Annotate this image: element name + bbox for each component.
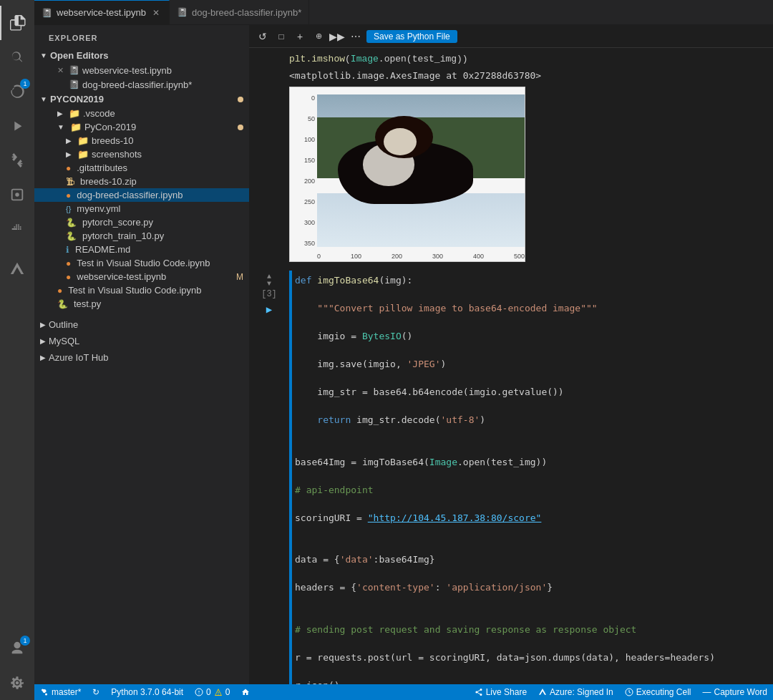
cell-collapse-3[interactable]: ▲ ▼ [267,273,271,288]
pycon-header[interactable]: ▼ PYCON2019 [34,92,249,107]
dogbreed-classifier-label: dog-breed-classifier.ipynb [77,190,183,200]
vscode-chevron: ▶ [57,110,63,117]
tab-label-1: webservice-test.ipynb [57,7,146,18]
executing-cell-status[interactable]: Executing Cell [625,687,691,697]
editor-area[interactable]: plt.imshow(Image.open(test_img)) <matplo… [249,48,773,684]
folder-icon-vscode: 📁 [69,108,80,119]
tab-dogbreed[interactable]: 📓 dog-breed-classifier.ipynb* [170,0,309,25]
capture-word-separator: — [703,687,711,697]
readme-icon: ℹ [66,245,69,255]
test-vscode-file2[interactable]: ● Test in Visual Studio Code.ipynb [34,283,249,297]
pytorch-train-file[interactable]: 🐍 pytorch_train_10.py [34,229,249,243]
debug-icon[interactable] [0,109,34,143]
more-btn[interactable]: ⋯ [348,29,364,44]
sync-status[interactable]: ↻ [92,687,99,697]
svg-point-1 [15,193,19,197]
testpy-file[interactable]: 🐍 test.py [34,297,249,311]
vscode-label: .vscode [83,108,115,119]
gitattributes-file[interactable]: ● .gitattributes [34,161,249,175]
pytorch-score-file[interactable]: 🐍 pytorch_score.py [34,215,249,229]
git-branch-label: master* [52,687,81,697]
readme-label: README.md [75,244,130,255]
pycon2019-label: PyCon-2019 [84,122,136,132]
breeds-zip-label: breeds-10.zip [80,176,137,187]
pytorch-train-label: pytorch_train_10.py [82,230,164,241]
breeds10-folder[interactable]: ▶ 📁 breeds-10 [34,134,249,147]
errors-status[interactable]: 0 0 [195,687,230,697]
open-editor-name-2: dog-breed-classifier.ipynb* [82,79,192,90]
run-cell-btn-3[interactable]: ▶ [266,303,272,316]
azure-iot-label: Azure IoT Hub [49,352,109,363]
files-icon[interactable] [0,6,34,40]
myenv-file[interactable]: {} myenv.yml [34,202,249,215]
plt-text: plt.imshow [289,54,345,64]
azure-signed-in-label: Azure: Signed In [550,687,613,697]
vscode-folder[interactable]: ▶ 📁 .vscode [34,107,249,120]
plt-imshow-code: plt.imshow(Image.open(test_img)) [249,51,773,67]
source-control-badge: 1 [20,79,30,89]
tab-close-1[interactable]: ✕ [150,7,162,19]
pycon2019-folder[interactable]: ▼ 📁 PyCon-2019 [34,120,249,134]
plt-dot: .open(test_img)) [379,54,468,64]
tab-bar: 📓 webservice-test.ipynb ✕ 📓 dog-breed-cl… [34,0,773,25]
nb-icon-ws: ● [66,272,71,282]
nb-icon-test1: ● [66,258,71,268]
open-editor-dogbreed[interactable]: ✕ 📓 dog-breed-classifier.ipynb* [34,77,249,92]
svg-point-4 [199,694,200,694]
outline-label: Outline [49,319,78,330]
webservice-test-file[interactable]: ● webservice-test.ipynb M [34,270,249,283]
settings-icon[interactable] [0,666,34,700]
dogbreed-classifier-file[interactable]: ● dog-breed-classifier.ipynb [34,188,249,202]
tab-webservice[interactable]: 📓 webservice-test.ipynb ✕ [34,0,170,25]
git-branch-status[interactable]: master* [40,687,81,697]
azure-signed-in-status[interactable]: Azure: Signed In [538,687,613,697]
home-status[interactable] [241,688,250,696]
live-share-label: Live Share [486,687,527,697]
add-cell-btn[interactable]: + [292,29,308,44]
run-all-btn[interactable]: ▶▶ [329,29,345,44]
save-python-button[interactable]: Save as Python File [366,30,457,43]
gitattr-icon: ● [66,163,71,173]
screenshots-chevron: ▶ [66,150,72,158]
breeds-zip-file[interactable]: 🗜 breeds-10.zip [34,175,249,188]
pycon-label: PYCON2019 [50,94,104,104]
account-icon[interactable]: 1 [0,631,34,666]
search-icon[interactable] [0,40,34,74]
y-axis: 050100150200250300350 [290,94,317,247]
cell-left-bar-3 [289,271,292,684]
test-vscode-label2: Test in Visual Studio Code.ipynb [68,285,201,296]
azure-icon[interactable] [0,252,34,286]
py-icon-train: 🐍 [66,231,77,241]
source-control-icon[interactable]: 1 [0,74,34,109]
azure-chevron: ▶ [40,354,46,361]
open-editors-header[interactable]: ▼ Open Editors [34,48,249,63]
live-share-status[interactable]: Live Share [475,687,527,697]
capture-word-status[interactable]: — Capture Word [703,687,767,697]
python-version-status[interactable]: Python 3.7.0 64-bit [111,687,183,697]
remote-icon[interactable] [0,178,34,212]
restart-kernel-btn[interactable]: ↺ [255,29,271,44]
azure-iot-section[interactable]: ▶ Azure IoT Hub [34,349,249,366]
git-icon [40,688,49,696]
pycon2019-chevron: ▼ [57,123,64,131]
extensions-icon[interactable] [0,143,34,178]
readme-file[interactable]: ℹ README.md [34,243,249,256]
close-editor-1[interactable]: ✕ [57,66,64,75]
collapse-down-3[interactable]: ▼ [267,281,271,288]
cell-content-3[interactable]: def imgToBase64(img): """Convert pillow … [295,271,773,684]
webservice-modified-m: M [236,272,243,282]
open-editors-chevron: ▼ [40,52,47,59]
docker-icon[interactable] [0,212,34,246]
test-vscode-file[interactable]: ● Test in Visual Studio Code.ipynb [34,256,249,270]
interrupt-btn[interactable]: □ [273,29,289,44]
outline-section[interactable]: ▶ Outline [34,316,249,333]
folder-icon-screenshots: 📁 [77,149,89,160]
pytorch-score-label: pytorch_score.py [82,217,153,228]
mysql-section[interactable]: ▶ MySQL [34,333,249,349]
activity-bar: 1 1 [0,0,34,700]
breeds10-chevron: ▶ [66,137,72,145]
screenshots-folder[interactable]: ▶ 📁 screenshots [34,147,249,161]
add-above-btn[interactable]: ⊕ [311,29,326,44]
sidebar-title: Explorer [34,25,249,48]
open-editor-webservice[interactable]: ✕ 📓 webservice-test.ipynb [34,63,249,77]
